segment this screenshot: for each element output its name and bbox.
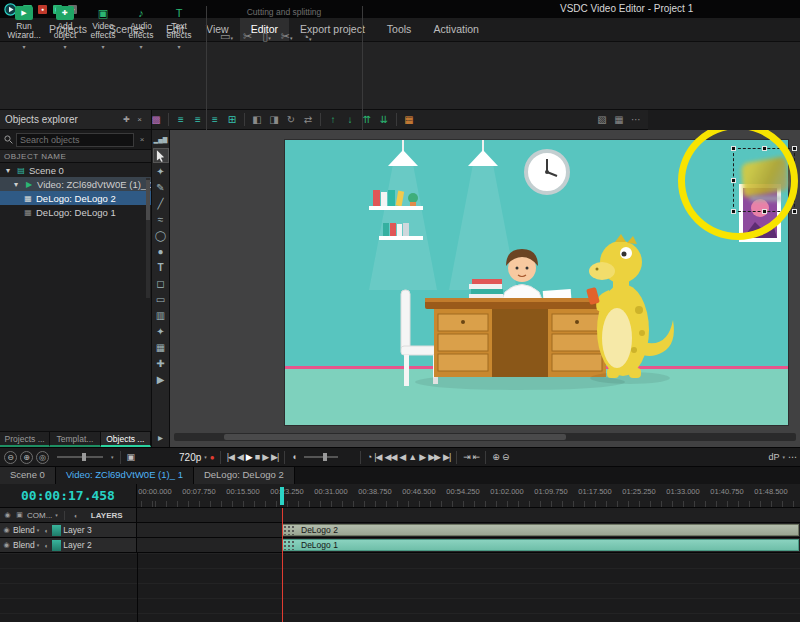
trim-tool-button[interactable]: ✂▾ — [281, 30, 293, 43]
canvas-horizontal-scrollbar[interactable] — [174, 433, 796, 441]
clip-delogo1[interactable]: DeLogo 1 — [282, 539, 799, 551]
collapse-strip-icon[interactable]: ▸ — [153, 430, 169, 445]
curve-tool-icon[interactable]: ≈ — [153, 212, 169, 227]
play-button[interactable]: ▶ — [246, 452, 252, 462]
stop-button[interactable]: ■ — [255, 452, 259, 462]
timeline-zoom-out-button[interactable]: ⊖ — [502, 452, 509, 462]
record-indicator[interactable]: ● — [210, 453, 214, 462]
step-forward-button[interactable]: ▶ — [262, 452, 268, 462]
tree-item-scene0[interactable]: ▾ ▤ Scene 0 — [0, 163, 151, 177]
selection-handle-br[interactable] — [792, 209, 797, 214]
frame-forward-button[interactable]: ▶ — [419, 452, 425, 462]
eye-icon[interactable]: ◉ — [2, 526, 11, 534]
wand-tool-icon[interactable]: ✦ — [153, 164, 169, 179]
selection-handle-bl[interactable] — [731, 209, 736, 214]
tree-item-video[interactable]: ▾ ▶ Video: ZCl69dVtW0E (1)_ 1 — [0, 177, 151, 191]
speaker-icon[interactable]: ◖ — [41, 527, 50, 534]
play-tool-icon[interactable]: ▶ — [153, 372, 169, 387]
ellipse-tool-icon[interactable]: ◯ — [153, 228, 169, 243]
chart3-tool-icon[interactable]: ▦ — [153, 340, 169, 355]
eye-icon[interactable]: ◉ — [2, 541, 11, 549]
panel-tab-objects[interactable]: Objects ... — [101, 432, 151, 447]
rotate-tool-button[interactable]: ◔▾ — [302, 31, 311, 43]
run-wizard-button[interactable]: ▶ Run Wizard... ▾ — [2, 4, 46, 50]
track-volume-indicator[interactable] — [52, 525, 61, 536]
blend-mode-select[interactable]: Blend — [13, 525, 35, 535]
selection-handle-tm[interactable] — [762, 146, 767, 151]
tab-delogo2[interactable]: DeLogo: DeLogo 2 — [194, 467, 295, 484]
speech-bubble-tool-icon[interactable]: ◻ — [153, 276, 169, 291]
shape-tool-icon[interactable]: ● — [153, 244, 169, 259]
speaker-icon[interactable]: ◖ — [71, 512, 80, 519]
lock-icon[interactable]: ▣ — [15, 511, 24, 519]
timeline-cut-tool-button[interactable]: ▭▾ — [220, 30, 233, 43]
expand-caret-icon[interactable]: ▾ — [3, 166, 13, 175]
chart2-tool-icon[interactable]: ▥ — [153, 308, 169, 323]
frame-back-button[interactable]: ◀ — [399, 452, 405, 462]
menu-tools[interactable]: Tools — [376, 18, 423, 41]
preview-zoom-slider[interactable] — [57, 456, 103, 458]
more-options-icon[interactable]: ⋯ — [628, 112, 644, 127]
playhead-line[interactable] — [282, 508, 283, 622]
composition-mode-select[interactable]: COM... — [27, 511, 52, 520]
eye-icon[interactable]: ◉ — [3, 511, 12, 519]
cursor-position-button[interactable]: ▲ — [408, 452, 416, 462]
selection-handle-mr[interactable] — [792, 178, 797, 183]
text-tool-icon[interactable]: T — [153, 260, 169, 275]
line-tool-icon[interactable]: ╱ — [153, 196, 169, 211]
chart-tool-icon[interactable]: ▂▅▇ — [153, 132, 169, 147]
step-back-button[interactable]: ◀ — [237, 452, 243, 462]
fast-forward-button[interactable]: ▶▶ — [428, 452, 440, 462]
selection-handle-tr[interactable] — [792, 146, 797, 151]
tab-video[interactable]: Video: ZCl69dVtW0E (1)_ 1 — [56, 467, 194, 484]
panel-tab-templates[interactable]: Templat... — [50, 432, 100, 447]
blend-mode-select[interactable]: Blend — [13, 540, 35, 550]
go-start-button[interactable]: |◀ — [227, 452, 234, 462]
expand-caret-icon[interactable]: ▾ — [11, 180, 21, 189]
time-mode-button[interactable]: ◔ — [367, 452, 371, 462]
layout-icon[interactable]: ▦ — [611, 112, 627, 127]
duplicate-icon[interactable]: ▦ — [401, 112, 417, 127]
timeline-zoom-in-button[interactable]: ⊕ — [492, 452, 499, 462]
dp-button[interactable]: dP — [768, 452, 779, 462]
animation-tool-icon[interactable]: ✦ — [153, 324, 169, 339]
set-in-button[interactable]: ⇥ — [463, 452, 470, 462]
tree-item-delogo1[interactable]: ▦ DeLogo: DeLogo 1 — [0, 205, 151, 219]
cursor-tool-icon[interactable] — [153, 148, 169, 163]
track-volume-indicator[interactable] — [52, 540, 61, 551]
tooltip-tool-icon[interactable]: ▭ — [153, 292, 169, 307]
clip-drag-handle[interactable] — [283, 525, 296, 535]
clip-drag-handle[interactable] — [283, 540, 296, 550]
send-back-icon[interactable]: ⇊ — [376, 112, 392, 127]
add-effect-tool-icon[interactable]: ✚ — [153, 356, 169, 371]
display-mode-icon[interactable]: ▣ — [127, 452, 135, 462]
add-object-button[interactable]: ✚ Add object ▾ — [46, 4, 84, 50]
go-end-button[interactable]: ▶| — [271, 452, 278, 462]
pencil-tool-icon[interactable]: ✎ — [153, 180, 169, 195]
search-objects-input[interactable] — [16, 133, 134, 147]
track-lane-layer3[interactable]: DeLogo 2 — [137, 523, 800, 538]
video-effects-button[interactable]: ▣ Video effects ▾ — [84, 4, 122, 50]
preview-options-button[interactable]: ◎ — [36, 451, 49, 464]
speaker-icon[interactable]: ◖ — [291, 452, 295, 462]
clip-delogo2[interactable]: DeLogo 2 — [282, 524, 799, 536]
selection-handle-tl[interactable] — [731, 146, 736, 151]
selection-handle-ml[interactable] — [731, 178, 736, 183]
volume-slider[interactable] — [304, 456, 338, 458]
pin-panel-icon[interactable]: ✚ — [120, 112, 133, 127]
video-preview[interactable] — [285, 140, 788, 425]
selection-handle-bm[interactable] — [762, 209, 767, 214]
close-panel-icon[interactable]: × — [133, 112, 146, 127]
speaker-icon[interactable]: ◖ — [41, 542, 50, 549]
timeline-ruler[interactable]: 00:00.000 00:07.750 00:15.500 00:23.250 … — [137, 484, 800, 508]
tab-scene0[interactable]: Scene 0 — [0, 467, 56, 484]
track-lane-layer2[interactable]: DeLogo 1 — [137, 538, 800, 553]
fast-backward-button[interactable]: ◀◀ — [385, 452, 397, 462]
timeline-go-end-button[interactable]: ▶| — [443, 452, 450, 462]
watermark-selection-box[interactable] — [733, 148, 795, 212]
split-tool-button[interactable]: ▯▾ — [262, 30, 271, 43]
audio-effects-button[interactable]: ♪ Audio effects ▾ — [122, 4, 160, 50]
explorer-scrollbar[interactable] — [146, 178, 150, 298]
set-out-button[interactable]: ⇤ — [473, 452, 480, 462]
tree-item-delogo2[interactable]: ▦ DeLogo: DeLogo 2 — [0, 191, 151, 205]
